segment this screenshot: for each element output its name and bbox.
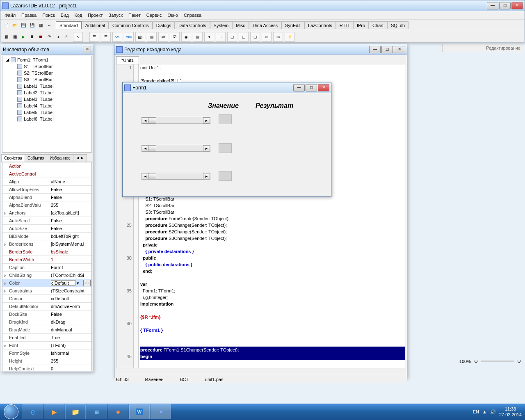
code-line[interactable]: { private declarations }	[140, 248, 405, 255]
prop-value[interactable]: (TSizeConstraint:	[49, 288, 91, 293]
code-line[interactable]	[140, 274, 405, 281]
prop-row-caption[interactable]: CaptionForm1	[2, 264, 91, 272]
new-unit-button[interactable]: 📄	[2, 21, 10, 30]
code-line[interactable]: public	[140, 255, 405, 261]
prop-value[interactable]: False	[49, 187, 91, 192]
comp-tab-chart[interactable]: Chart	[369, 21, 387, 29]
comp-tab-sqldb[interactable]: SQLdb	[387, 21, 409, 29]
prop-dialog-button[interactable]: …	[83, 280, 91, 286]
tree-node[interactable]: Label3: TLabel	[2, 96, 91, 103]
prop-value[interactable]: bdLeftToRight	[49, 234, 91, 239]
prop-row-height[interactable]: Height255	[2, 357, 91, 365]
prop-value[interactable]: 255	[49, 203, 91, 208]
expand-icon[interactable]: ▹	[2, 281, 8, 286]
prop-row-dragmode[interactable]: DragModedmManual	[2, 326, 91, 334]
prop-value[interactable]: dkDrag	[49, 320, 91, 324]
code-line[interactable]	[140, 340, 405, 347]
tmainmenu-component[interactable]: ☰	[89, 32, 99, 42]
prop-value[interactable]: False	[49, 195, 91, 200]
label-val2[interactable]	[219, 143, 232, 153]
save-button[interactable]: 💾	[19, 21, 27, 30]
comp-tab-rtti[interactable]: RTTI	[336, 21, 353, 29]
prop-row-activecontrol[interactable]: ActiveControl	[2, 170, 91, 178]
tframe-component[interactable]: ▭	[273, 32, 283, 42]
task-app1[interactable]: ▦	[87, 404, 107, 419]
prop-value[interactable]: fsNormal	[49, 351, 91, 356]
prop-value[interactable]: Form1	[49, 265, 91, 270]
expand-icon[interactable]: ▹	[2, 343, 8, 348]
label-val3[interactable]	[219, 171, 232, 181]
property-grid[interactable]: ActionActiveControlAlignalNoneAllowDropF…	[2, 162, 92, 371]
hscrollbar[interactable]	[114, 368, 407, 375]
editor-close-button[interactable]: ✕	[394, 46, 405, 53]
tlabel-component[interactable]: Abc	[124, 32, 134, 42]
task-lazarus[interactable]: ✦	[151, 404, 171, 419]
tcheckbox-component[interactable]: ☑	[170, 32, 180, 42]
prop-row-formstyle[interactable]: FormStylefsNormal	[2, 349, 91, 357]
code-line[interactable]: r,g,b:integer;	[140, 294, 405, 301]
clock[interactable]: 11:33 27.02.2014	[499, 406, 522, 418]
prop-value[interactable]: bsSingle	[49, 249, 91, 254]
oi-tab-Свойства[interactable]: Свойства	[1, 154, 25, 162]
view-units-button[interactable]: ▦	[2, 33, 10, 41]
prop-value[interactable]: [akTop,akLeft]	[49, 210, 91, 215]
oi-tab-scroll[interactable]: ◄ ►	[73, 154, 87, 162]
stop-button[interactable]: ⏹	[37, 33, 45, 41]
menu-код[interactable]: Код	[72, 12, 85, 18]
code-line[interactable]: { public declarations }	[140, 261, 405, 268]
tedit-component[interactable]: ab|	[135, 32, 145, 42]
bg-editing-tab[interactable]: Редактирование	[442, 44, 524, 52]
task-firefox[interactable]: ●	[108, 404, 128, 419]
prop-input[interactable]	[51, 280, 75, 286]
comp-tab-data-controls[interactable]: Data Controls	[175, 21, 210, 29]
tree-node[interactable]: Label1: TLabel	[2, 83, 91, 89]
code-line[interactable]: var	[140, 281, 405, 288]
prop-row-bordericons[interactable]: ▹BorderIcons[biSystemMenu,l	[2, 240, 91, 248]
prop-row-childsizing[interactable]: ▹ChildSizing(TControlChildSi	[2, 272, 91, 279]
s1-right-arrow[interactable]: ►	[203, 117, 210, 123]
maximize-button[interactable]: ◻	[499, 2, 511, 9]
scrollbar-s2[interactable]: ◄►	[142, 145, 210, 152]
s1-left-arrow[interactable]: ◄	[142, 117, 149, 123]
tree-node[interactable]: Label2: TLabel	[2, 89, 91, 96]
code-line[interactable]: private	[140, 242, 405, 248]
tree-node[interactable]: Label5: TLabel	[2, 109, 91, 116]
menu-вид[interactable]: Вид	[58, 12, 71, 18]
prop-row-anchors[interactable]: ▹Anchors[akTop,akLeft]	[2, 209, 91, 217]
step-over-button[interactable]: ↷	[45, 33, 53, 41]
comp-tab-common-controls[interactable]: Common Controls	[109, 21, 153, 29]
close-button[interactable]: ✕	[511, 2, 523, 9]
s3-thumb[interactable]	[149, 173, 156, 179]
tlistbox-component[interactable]: ▤	[193, 32, 203, 42]
tradiobutton-component[interactable]: ◉	[181, 32, 191, 42]
scrollbar-s3[interactable]: ◄►	[142, 173, 210, 180]
form-titlebar[interactable]: Form1 — ◻ ✕	[123, 82, 331, 93]
code-line[interactable]: { TForm1 }	[140, 327, 405, 333]
comp-tab-lazcontrols[interactable]: LazControls	[304, 21, 336, 29]
tgroupbox-component[interactable]: ▢	[227, 32, 237, 42]
prop-value[interactable]: 0	[49, 366, 91, 371]
code-line[interactable]: {$R *.lfm}	[140, 314, 405, 320]
code-line[interactable]: S3: TScrollBar;	[140, 209, 405, 215]
label-result[interactable]: Результат	[256, 102, 293, 110]
prop-row-align[interactable]: AlignalNone	[2, 178, 91, 186]
expand-icon[interactable]: ▹	[2, 273, 8, 278]
comp-tab-dialogs[interactable]: Dialogs	[153, 21, 175, 29]
source-tab-unit1[interactable]: *Unit1	[116, 56, 139, 64]
tcheckgroup-component[interactable]: ▢	[250, 32, 260, 42]
tmemo-component[interactable]: ▤	[147, 32, 157, 42]
menu-файл[interactable]: Файл	[2, 12, 18, 18]
expand-icon[interactable]: ▹	[2, 242, 8, 247]
tree-node[interactable]: Label4: TLabel	[2, 103, 91, 109]
code-line[interactable]: implementation	[140, 301, 405, 307]
ttogglebox-component[interactable]: on	[158, 32, 168, 42]
code-line[interactable]: Form1: TForm1;	[140, 288, 405, 294]
prop-value[interactable]: False	[49, 226, 91, 231]
prop-row-autosize[interactable]: AutoSizeFalse	[2, 225, 91, 233]
prop-row-constraints[interactable]: ▹Constraints(TSizeConstraint:	[2, 287, 91, 295]
s2-left-arrow[interactable]: ◄	[142, 145, 149, 151]
code-line[interactable]: procedure TForm1.S1Change(Sender: TObjec…	[140, 347, 405, 353]
prop-value[interactable]: (TFont)	[49, 343, 91, 348]
comp-tab-ipro[interactable]: IPro	[353, 21, 369, 29]
comp-tab-system[interactable]: System	[210, 21, 233, 29]
